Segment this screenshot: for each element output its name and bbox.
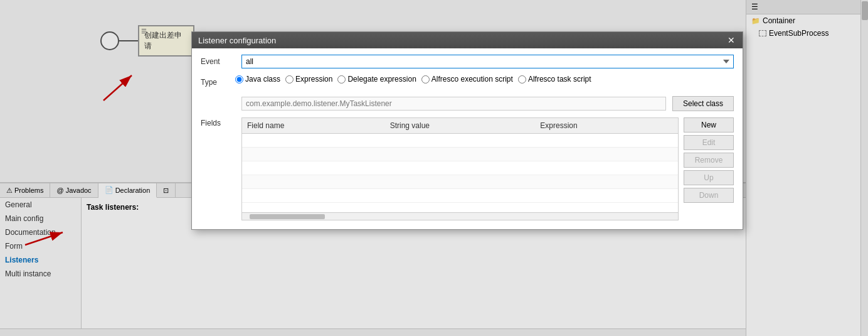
radio-java-class-label: Java class [245,75,280,84]
table-row [242,189,678,203]
dialog-body: Event all Type Java class Expression Del… [192,48,743,229]
fields-edit-button[interactable]: Edit [684,135,734,150]
dialog-titlebar: Listener configuration ✕ [192,32,743,48]
dialog-close-button[interactable]: ✕ [726,35,736,45]
radio-delegate-expression[interactable]: Delegate expression [337,75,416,84]
col-string-value: String value [385,118,536,134]
class-row: Select class [241,96,734,111]
event-label: Event [201,57,235,66]
radio-alfresco-task[interactable]: Alfresco task script [518,75,591,84]
type-row-container: Type Java class Expression Delegate expr… [201,75,734,90]
select-class-button[interactable]: Select class [672,96,734,111]
table-row [242,161,678,175]
radio-expression[interactable]: Expression [285,75,332,84]
radio-delegate-expression-label: Delegate expression [347,75,416,84]
table-row [242,134,678,148]
radio-java-class[interactable]: Java class [235,75,280,84]
fields-action-buttons: New Edit Remove Up Down [684,117,734,220]
listener-config-dialog: Listener configuration ✕ Event all Type … [191,31,743,230]
fields-remove-button[interactable]: Remove [684,153,734,168]
class-input-field[interactable] [241,97,666,111]
fields-down-button[interactable]: Down [684,188,734,203]
type-label: Type [201,78,235,87]
radio-alfresco-task-label: Alfresco task script [528,75,591,84]
radio-alfresco-execution-label: Alfresco execution script [431,75,513,84]
fields-table: Field name String value Expression [242,118,678,203]
fields-new-button[interactable]: New [684,117,734,133]
table-scroll-thumb [250,214,325,219]
fields-up-button[interactable]: Up [684,170,734,185]
col-field-name: Field name [242,118,385,134]
fields-content: Field name String value Expression [241,117,734,220]
type-options: Java class Expression Delegate expressio… [235,75,591,84]
event-row: Event all [201,55,734,68]
col-expression: Expression [535,118,678,134]
fields-scroll-area[interactable]: Field name String value Expression [242,118,678,212]
fields-section: Fields Field name String value Expressio… [201,117,734,220]
dialog-title: Listener configuration [198,36,276,45]
fields-label: Fields [201,117,235,127]
radio-expression-label: Expression [295,75,332,84]
table-row [242,148,678,161]
fields-table-container: Field name String value Expression [241,117,679,220]
radio-alfresco-execution[interactable]: Alfresco execution script [421,75,513,84]
table-horizontal-scrollbar[interactable] [242,212,678,220]
table-row [242,175,678,189]
event-select[interactable]: all [241,55,734,68]
